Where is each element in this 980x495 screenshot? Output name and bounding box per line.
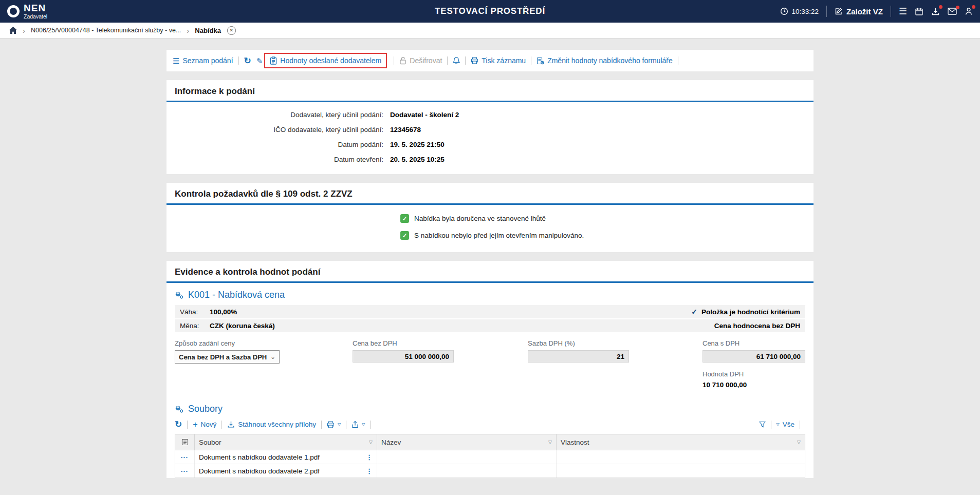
chevron-down-icon: ▽: [362, 423, 365, 427]
price-excl-field: 51 000 000,00: [353, 350, 454, 363]
chevron-down-icon: ▽: [338, 423, 341, 427]
toolbar-item-seznam-podani[interactable]: ☰ Seznam podání: [173, 56, 233, 65]
price-method-label: Způsob zadání ceny: [175, 339, 353, 347]
pencil-icon: ✎: [256, 57, 263, 65]
refresh-icon: ↻: [244, 56, 251, 65]
unlock-icon: [399, 56, 406, 65]
filter-triangle-icon[interactable]: ▽: [797, 440, 801, 445]
divider: [891, 6, 891, 17]
section-title: Informace k podání: [167, 80, 813, 101]
close-tab-icon[interactable]: ✕: [227, 26, 236, 35]
column-header-vlastnost[interactable]: Vlastnost ▽: [557, 434, 805, 450]
filter-triangle-icon[interactable]: ▽: [369, 440, 373, 445]
gears-icon: [175, 405, 184, 413]
edit-button[interactable]: ✎: [256, 57, 263, 65]
vat-rate-label: Sazba DPH (%): [528, 339, 702, 347]
downloads-icon[interactable]: [931, 7, 940, 16]
printer-icon: [471, 57, 478, 64]
calendar-icon[interactable]: [915, 7, 923, 16]
vat-amount-value: 10 710 000,00: [702, 381, 805, 389]
toolbar-label: Seznam podání: [182, 56, 233, 65]
column-header-nazev[interactable]: Název ▽: [377, 434, 557, 450]
table-row[interactable]: ••• Dokument s nabídkou dodavatele 1.pdf…: [175, 450, 805, 464]
files-filter-all[interactable]: ▽ Vše: [776, 421, 794, 428]
cell-menu-icon[interactable]: ⋮: [366, 467, 373, 475]
form-gear-icon: [537, 57, 544, 65]
divider: [447, 56, 448, 65]
files-export-button[interactable]: ▽: [352, 421, 365, 428]
check-text: S nabídkou nebylo před jejím otevřením m…: [414, 232, 584, 239]
divider: [771, 421, 771, 429]
price-incl-value: 61 710 000,00: [756, 353, 801, 360]
row-menu-icon[interactable]: •••: [181, 455, 188, 460]
info-section: Informace k podání Dodavatel, který učin…: [167, 80, 813, 174]
clipboard-icon: [270, 56, 277, 65]
check-row: ✓ S nabídkou nebylo před jejím otevřením…: [167, 227, 813, 244]
table-row[interactable]: ••• Dokument s nabídkou dodavatele 2.pdf…: [175, 464, 805, 478]
filter-triangle-icon[interactable]: ▽: [548, 440, 552, 445]
environment-title: TESTOVACÍ PROSTŘEDÍ: [435, 6, 545, 16]
files-filter-button[interactable]: [759, 421, 766, 428]
files-new-label: Nový: [201, 421, 217, 428]
breadcrumb-current: Nabídka: [195, 27, 221, 34]
chevron-down-icon: ▽: [776, 423, 780, 427]
files-new-button[interactable]: + Nový: [193, 421, 216, 429]
info-label: Datum podání:: [167, 141, 383, 148]
filter-all-label: Vše: [783, 421, 794, 428]
logo-role-label: Zadavatel: [24, 14, 47, 20]
toolbar-item-zmenit-hodnoty[interactable]: Změnit hodnoty nabídkového formuláře: [537, 56, 673, 65]
file-name[interactable]: Dokument s nabídkou dodavatele 1.pdf: [199, 453, 320, 461]
divider: [346, 421, 346, 429]
evaluation-note: Cena hodnocena bez DPH: [714, 322, 800, 330]
toolbar-item-hodnoty-odeslane[interactable]: Hodnoty odeslané dodavatelem: [264, 53, 387, 68]
column-header-actions[interactable]: [175, 434, 195, 450]
messages-icon[interactable]: [948, 8, 957, 15]
download-icon: [227, 421, 235, 428]
divider: [531, 56, 531, 65]
info-value: 19. 5. 2025 21:50: [390, 141, 445, 148]
cell-menu-icon[interactable]: ⋮: [366, 453, 373, 461]
check-text: Nabídka byla doručena ve stanovené lhůtě: [414, 215, 546, 222]
divider: [394, 56, 394, 65]
evaluation-note-text: Cena hodnocena bez DPH: [714, 322, 800, 330]
divider: [465, 56, 466, 65]
column-header-soubor[interactable]: Soubor ▽: [195, 434, 377, 450]
divider: [187, 421, 188, 429]
profile-icon[interactable]: [965, 7, 973, 15]
breadcrumb: › N006/25/V00004748 - Telekomunikační sl…: [0, 23, 980, 39]
printer-icon: [327, 421, 335, 428]
files-refresh-button[interactable]: ↻: [175, 420, 182, 429]
app-header: NEN Zadavatel TESTOVACÍ PROSTŘEDÍ 10:33:…: [0, 0, 980, 23]
row-menu-icon[interactable]: •••: [181, 469, 188, 473]
info-label: Dodavatel, který učinil podání:: [167, 111, 383, 119]
clock-icon: [780, 7, 788, 15]
currency-row: Měna: CZK (koruna česká) Cena hodnocena …: [175, 319, 805, 332]
create-vz-label: Založit VZ: [846, 7, 883, 16]
divider: [370, 421, 371, 429]
breadcrumb-contract[interactable]: N006/25/V00004748 - Telekomunikační služ…: [31, 27, 181, 34]
price-method-value: Cena bez DPH a Sazba DPH: [179, 353, 267, 361]
create-vz-button[interactable]: Založit VZ: [835, 7, 883, 16]
toolbar-label: Tisk záznamu: [482, 56, 526, 65]
notification-dot: [956, 6, 959, 9]
currency-value: CZK (koruna česká): [210, 322, 275, 330]
vat-amount-block: Hodnota DPH 10 710 000,00: [702, 370, 805, 389]
record-toolbar: ☰ Seznam podání ↻ ✎ Hodnoty odeslané dod…: [167, 50, 813, 71]
menu-icon[interactable]: ☰: [899, 7, 907, 16]
price-method-select[interactable]: Cena bez DPH a Sazba DPH ⌄: [175, 350, 280, 364]
refresh-button[interactable]: ↻: [244, 56, 251, 65]
files-toolbar: ↻ + Nový Stáhnout všechny přílohy ▽: [167, 419, 813, 433]
grid-icon: [181, 439, 189, 446]
notification-dot: [972, 5, 975, 9]
toolbar-item-tisk-zaznamu[interactable]: Tisk záznamu: [471, 56, 526, 65]
files-print-button[interactable]: ▽: [327, 421, 341, 428]
logo-text: NEN: [24, 3, 47, 13]
check-icon: ✓: [400, 231, 409, 240]
home-icon[interactable]: [9, 27, 17, 34]
file-name[interactable]: Dokument s nabídkou dodavatele 2.pdf: [199, 467, 320, 475]
info-value: Dodavatel - školení 2: [390, 111, 459, 119]
download-all-button[interactable]: Stáhnout všechny přílohy: [227, 421, 316, 428]
notifications-button[interactable]: [453, 56, 460, 65]
main-content: ☰ Seznam podání ↻ ✎ Hodnoty odeslané dod…: [167, 39, 813, 478]
section-title: Evidence a kontrola hodnot podání: [167, 261, 813, 281]
